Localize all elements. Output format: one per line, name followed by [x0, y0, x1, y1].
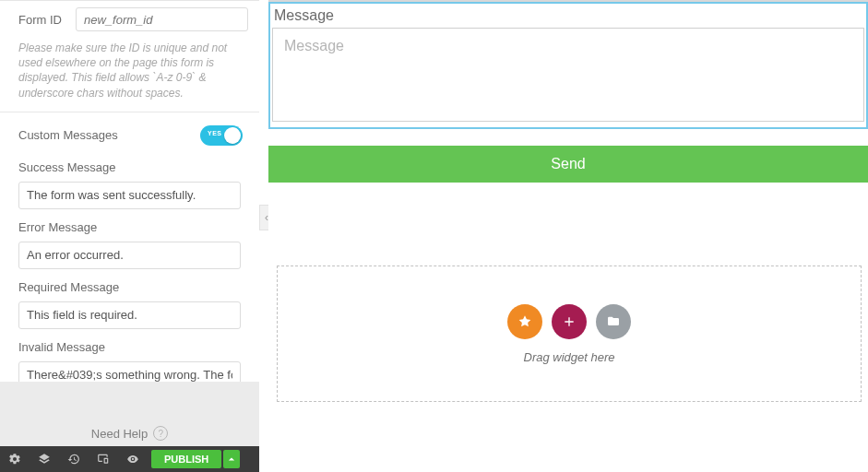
form-id-row: Form ID — [0, 0, 259, 37]
error-message-label: Error Message — [18, 220, 241, 234]
plus-icon[interactable] — [552, 304, 587, 339]
bottom-toolbar: PUBLISH — [0, 446, 259, 472]
dropzone-text: Drag widget here — [524, 350, 615, 364]
publish-dropdown-caret[interactable] — [223, 450, 240, 468]
message-textarea[interactable] — [272, 28, 864, 122]
custom-messages-toggle[interactable]: YES — [200, 125, 243, 146]
publish-label: PUBLISH — [164, 454, 208, 465]
need-help-text: Need Help — [91, 427, 148, 441]
need-help-link[interactable]: Need Help ? — [91, 426, 168, 441]
form-id-input[interactable] — [76, 7, 248, 31]
success-message-group: Success Message — [0, 157, 259, 217]
success-message-label: Success Message — [18, 160, 241, 174]
dropzone-icons — [507, 304, 631, 339]
required-message-input[interactable] — [18, 301, 241, 329]
custom-messages-label: Custom Messages — [18, 128, 118, 142]
form-id-label: Form ID — [18, 13, 76, 27]
help-icon: ? — [153, 426, 168, 441]
error-message-input[interactable] — [18, 242, 241, 269]
star-icon[interactable] — [507, 304, 542, 339]
send-label: Send — [551, 156, 585, 172]
publish-button[interactable]: PUBLISH — [151, 450, 221, 468]
toggle-yes-text: YES — [208, 130, 222, 136]
toggle-knob — [224, 127, 241, 144]
sidebar-footer: Need Help ? — [0, 382, 259, 446]
message-field-label: Message — [274, 7, 864, 24]
required-message-group: Required Message — [0, 277, 259, 336]
folder-icon[interactable] — [596, 304, 631, 339]
form-id-helper-text: Please make sure the ID is unique and no… — [0, 37, 259, 112]
success-message-input[interactable] — [18, 182, 241, 209]
history-icon[interactable] — [59, 446, 89, 472]
message-field-selected[interactable]: Message — [268, 2, 868, 129]
send-button[interactable]: Send — [268, 146, 868, 183]
invalid-message-label: Invalid Message — [18, 340, 241, 354]
error-message-group: Error Message — [0, 217, 259, 277]
custom-messages-row: Custom Messages YES — [0, 112, 259, 157]
required-message-label: Required Message — [18, 280, 241, 294]
devices-icon[interactable] — [89, 446, 118, 472]
settings-sidebar: Form ID Please make sure the ID is uniqu… — [0, 0, 259, 472]
gear-icon[interactable] — [0, 446, 30, 472]
layers-icon[interactable] — [30, 446, 59, 472]
widget-dropzone[interactable]: Drag widget here — [277, 266, 862, 402]
eye-icon[interactable] — [118, 446, 148, 472]
